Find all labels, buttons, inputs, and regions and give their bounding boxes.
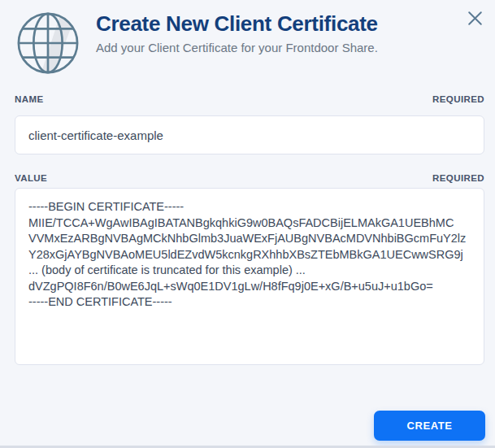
globe-icon: [14, 9, 82, 77]
dialog-subtitle: Add your Client Certificate for your Fro…: [96, 41, 378, 54]
name-label-row: NAME REQUIRED: [15, 94, 484, 104]
dialog-title: Create New Client Certificate: [96, 11, 378, 37]
name-required-badge: REQUIRED: [432, 94, 484, 104]
close-x-icon: [465, 8, 485, 28]
certificate-value-textarea[interactable]: -----BEGIN CERTIFICATE----- MIIE/TCCA+Wg…: [15, 188, 484, 365]
close-button[interactable]: [462, 6, 487, 30]
name-label: NAME: [15, 94, 43, 104]
create-button[interactable]: CREATE: [374, 411, 485, 441]
value-required-badge: REQUIRED: [432, 173, 484, 183]
value-label-row: VALUE REQUIRED: [15, 173, 484, 183]
name-input[interactable]: [15, 115, 484, 154]
create-client-certificate-dialog: Create New Client Certificate Add your C…: [0, 0, 495, 448]
value-label: VALUE: [15, 173, 47, 183]
